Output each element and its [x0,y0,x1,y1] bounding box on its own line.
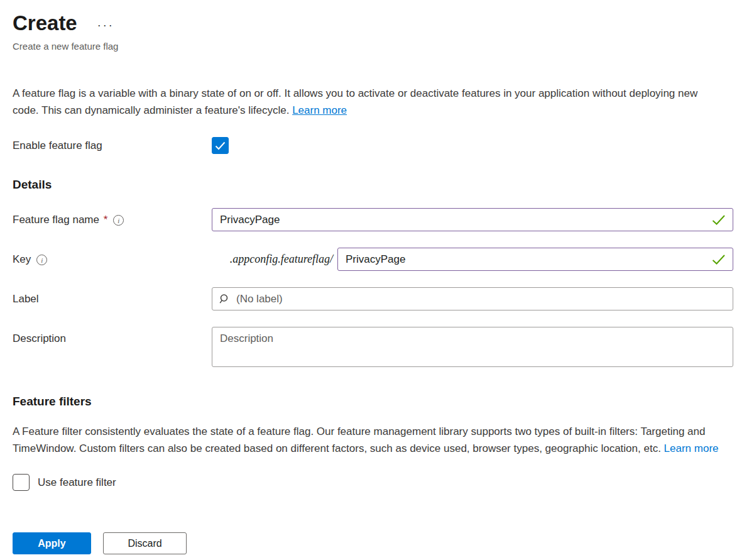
required-marker: * [104,214,108,226]
intro-text: A feature flag is a variable with a bina… [13,87,697,116]
feature-flag-name-label: Feature flag name * [13,213,107,227]
create-feature-flag-panel: Create ··· Create a new feature flag A f… [13,11,733,554]
key-label: Key [13,253,31,266]
details-heading: Details [13,178,733,192]
description-input[interactable] [212,327,733,367]
info-icon[interactable]: i [113,215,124,226]
filters-learn-more-link[interactable]: Learn more [664,442,719,454]
feature-filters-paragraph: A Feature filter consistently evaluates … [13,423,733,457]
intro-paragraph: A feature flag is a variable with a bina… [13,85,726,119]
apply-button[interactable]: Apply [13,532,91,554]
enable-feature-flag-row: Enable feature flag [13,137,733,154]
info-icon[interactable]: i [36,255,47,265]
label-label: Label [13,292,39,306]
panel-header: Create ··· [13,11,733,35]
description-row: Description [13,327,733,367]
page-subtitle: Create a new feature flag [13,41,733,52]
label-row: Label [13,287,733,310]
enable-feature-flag-label: Enable feature flag [13,140,212,152]
feature-flag-name-row: Feature flag name * i [13,208,733,231]
key-input[interactable] [337,248,733,271]
feature-filters-text: A Feature filter consistently evaluates … [13,425,705,454]
discard-button[interactable]: Discard [103,532,187,554]
footer-actions: Apply Discard [13,532,733,554]
description-label: Description [13,332,66,346]
use-feature-filter-label: Use feature filter [38,476,116,489]
key-prefix: .appconfig.featureflag/ [212,253,337,266]
use-feature-filter-row: Use feature filter [13,474,733,491]
feature-filters-heading: Feature filters [13,395,733,409]
key-row: Key i .appconfig.featureflag/ [13,248,733,271]
use-feature-filter-checkbox[interactable] [13,474,30,491]
page-title: Create [13,11,77,35]
checkmark-icon [215,141,226,150]
intro-learn-more-link[interactable]: Learn more [292,104,347,116]
enable-feature-flag-checkbox[interactable] [212,137,229,154]
search-icon [219,294,230,304]
label-input[interactable] [212,287,733,310]
feature-flag-name-input[interactable] [212,208,733,231]
more-options-button[interactable]: ··· [95,18,117,32]
